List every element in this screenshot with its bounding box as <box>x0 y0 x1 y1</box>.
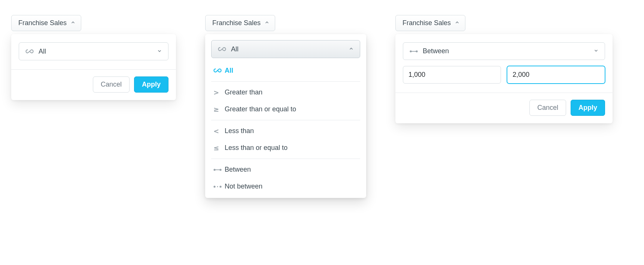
option-label: Greater than or equal to <box>225 105 296 113</box>
range-to-input[interactable] <box>507 66 605 84</box>
actions-row: Cancel Apply <box>19 70 168 93</box>
option-all[interactable]: All <box>211 62 360 79</box>
field-name: Franchise Sales <box>212 19 261 27</box>
option-label: Between <box>225 166 251 174</box>
field-name: Franchise Sales <box>402 19 451 27</box>
filter-panel-open-menu: Franchise Sales All All > Gr <box>205 15 366 198</box>
apply-button[interactable]: Apply <box>134 76 168 93</box>
operator-selector[interactable]: All <box>211 40 360 58</box>
svg-point-3 <box>213 186 215 187</box>
apply-button[interactable]: Apply <box>571 100 605 116</box>
option-label: All <box>225 67 233 75</box>
gte-icon: ≥ <box>213 105 225 113</box>
svg-point-8 <box>416 50 417 52</box>
field-name: Franchise Sales <box>18 19 67 27</box>
filter-card: All Cancel Apply <box>11 34 176 100</box>
operator-label: All <box>231 45 349 53</box>
menu-separator <box>211 81 360 82</box>
not-between-icon <box>213 185 225 189</box>
chevron-up-icon <box>455 19 460 27</box>
option-between[interactable]: Between <box>211 161 360 178</box>
gt-icon: > <box>213 88 225 96</box>
chevron-up-icon <box>264 19 270 27</box>
chevron-up-icon <box>70 19 76 27</box>
operator-selector[interactable]: Between <box>403 42 605 60</box>
filter-card: All All > Greater than ≥ Greater than or… <box>205 34 366 198</box>
infinity-icon <box>218 45 227 53</box>
cancel-button[interactable]: Cancel <box>529 100 566 116</box>
option-greater-than-or-equal[interactable]: ≥ Greater than or equal to <box>211 101 360 118</box>
menu-separator <box>211 159 360 159</box>
filter-card: Between Cancel Apply <box>395 34 613 123</box>
range-from-input[interactable] <box>403 66 501 84</box>
menu-separator <box>211 120 360 120</box>
filter-panel-between: Franchise Sales Between Cancel Apply <box>395 15 613 123</box>
field-pill[interactable]: Franchise Sales <box>395 15 465 31</box>
chevron-up-icon <box>349 45 354 53</box>
option-label: Less than <box>225 127 254 135</box>
infinity-icon <box>25 47 34 55</box>
field-pill[interactable]: Franchise Sales <box>205 15 275 31</box>
svg-point-4 <box>217 186 218 187</box>
option-greater-than[interactable]: > Greater than <box>211 84 360 101</box>
operator-label: Between <box>423 47 593 55</box>
svg-point-5 <box>219 186 221 187</box>
option-label: Less than or equal to <box>225 144 288 152</box>
operator-label: All <box>39 48 157 55</box>
filter-panel-collapsed: Franchise Sales All Cancel Apply <box>11 15 176 100</box>
option-less-than-or-equal[interactable]: ≤ Less than or equal to <box>211 139 360 156</box>
infinity-icon <box>213 66 225 75</box>
between-icon <box>409 49 418 53</box>
chevron-down-icon <box>157 48 162 55</box>
chevron-down-icon <box>593 47 599 55</box>
operator-selector[interactable]: All <box>19 42 168 60</box>
between-icon <box>213 168 225 172</box>
field-pill[interactable]: Franchise Sales <box>11 15 81 31</box>
actions-row: Cancel Apply <box>403 93 605 116</box>
range-inputs <box>403 66 605 84</box>
option-less-than[interactable]: < Less than <box>211 123 360 139</box>
cancel-button[interactable]: Cancel <box>93 76 130 93</box>
option-not-between[interactable]: Not between <box>211 178 360 195</box>
lt-icon: < <box>213 127 225 135</box>
option-label: Not between <box>225 183 262 190</box>
option-label: Greater than <box>225 88 262 96</box>
lte-icon: ≤ <box>213 144 225 152</box>
svg-point-2 <box>219 169 221 171</box>
